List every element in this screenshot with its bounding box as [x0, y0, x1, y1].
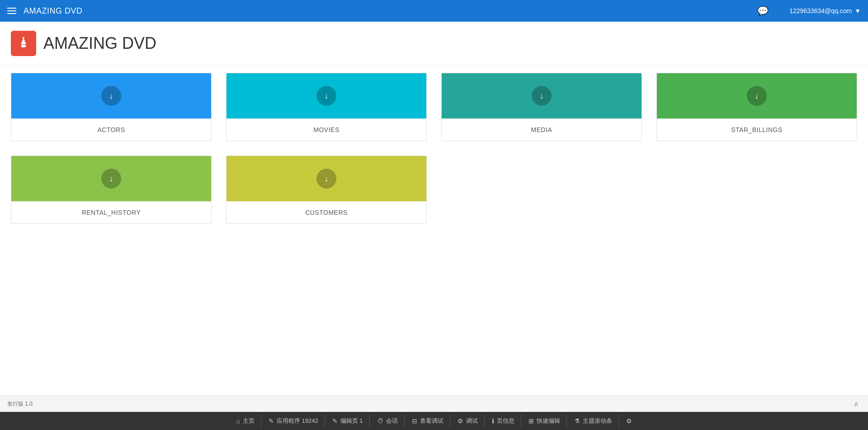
card-customers[interactable]: CUSTOMERS [226, 156, 427, 224]
toolbar-page-info[interactable]: ℹ 页信息 [486, 414, 521, 428]
quick-edit-icon: ⊞ [528, 417, 534, 425]
card-label-customers: CUSTOMERS [226, 201, 426, 223]
card-wrapper-actors: ACTORS [4, 66, 219, 148]
card-label-actors: ACTORS [11, 118, 211, 141]
toolbar-debug-label: 调试 [466, 417, 478, 425]
download-icon-movies [316, 86, 336, 106]
card-color-movies [226, 73, 426, 118]
svg-point-0 [21, 45, 26, 47]
download-icon-star-billings [747, 86, 767, 106]
home-icon: ⌂ [236, 417, 240, 425]
bottom-toolbar: ⌂ 主页 ✎ 应用程序 19242 ✎ 编辑页 1 ⏱ 会话 ⊟ 查看调试 ⚙ … [0, 412, 868, 430]
card-label-movies: MOVIES [226, 118, 426, 141]
app-icon: ✎ [269, 417, 274, 425]
toolbar-debug-view[interactable]: ⊟ 查看调试 [406, 414, 450, 428]
card-color-actors [11, 73, 211, 118]
main-content: AMAZING DVD ACTORS MOVIES [0, 22, 868, 396]
card-wrapper-customers: CUSTOMERS [219, 148, 434, 231]
navbar-right: 💬 👤 1229633634@qq.com ▼ [757, 5, 861, 16]
card-label-star-billings: STAR_BILLINGS [657, 118, 857, 141]
user-icon: 👤 [778, 7, 787, 15]
navbar-title: AMAZING DVD [24, 6, 757, 16]
collapse-icon[interactable]: ∧ [854, 400, 861, 408]
debug-view-icon: ⊟ [412, 417, 417, 425]
toolbar-edit-label: 编辑页 1 [340, 417, 363, 425]
card-label-rental-history: RENTAL_HISTORY [11, 201, 211, 223]
svg-point-2 [23, 37, 24, 39]
status-bar: 发行版 1.0 ∧ [0, 396, 868, 412]
toolbar-app-label: 应用程序 19242 [277, 417, 318, 425]
toolbar-session-label: 会话 [386, 417, 398, 425]
toolbar-quick-edit-label: 快速编辑 [537, 417, 560, 425]
menu-icon[interactable] [7, 8, 16, 14]
toolbar-home-label: 主页 [243, 417, 255, 425]
settings-icon: ⚙ [626, 417, 632, 425]
card-label-media: MEDIA [442, 118, 642, 141]
empty-col-4 [649, 148, 864, 231]
toolbar-app[interactable]: ✎ 应用程序 19242 [262, 414, 325, 428]
toolbar-page-info-label: 页信息 [497, 417, 514, 425]
cards-row-1: ACTORS MOVIES MEDIA [0, 66, 868, 148]
download-icon-customers [316, 169, 336, 189]
dropdown-icon: ▼ [854, 7, 861, 14]
toolbar-debug-view-label: 查看调试 [420, 417, 443, 425]
card-actors[interactable]: ACTORS [11, 73, 212, 141]
card-wrapper-star-billings: STAR_BILLINGS [649, 66, 864, 148]
navbar: AMAZING DVD 💬 👤 1229633634@qq.com ▼ [0, 0, 868, 22]
svg-marker-1 [21, 38, 26, 44]
app-logo [11, 31, 36, 56]
card-color-star-billings [657, 73, 857, 118]
empty-col-3 [434, 148, 649, 231]
card-wrapper-media: MEDIA [434, 66, 649, 148]
card-movies[interactable]: MOVIES [226, 73, 427, 141]
edit-icon: ✎ [332, 417, 338, 425]
page-info-icon: ℹ [492, 417, 494, 425]
cards-row-2: RENTAL_HISTORY CUSTOMERS [0, 148, 868, 231]
user-menu[interactable]: 👤 1229633634@qq.com ▼ [778, 7, 861, 15]
version-label: 发行版 1.0 [7, 400, 33, 408]
card-rental-history[interactable]: RENTAL_HISTORY [11, 156, 212, 224]
session-icon: ⏱ [377, 417, 383, 425]
card-color-rental-history [11, 156, 211, 201]
page-header: AMAZING DVD [0, 22, 868, 66]
toolbar-settings[interactable]: ⚙ [620, 415, 638, 427]
user-email: 1229633634@qq.com [789, 7, 852, 14]
card-media[interactable]: MEDIA [441, 73, 642, 141]
theme-icon: ⚗ [574, 417, 580, 425]
page-title: AMAZING DVD [43, 34, 156, 53]
card-color-media [442, 73, 642, 118]
download-icon-media [532, 86, 552, 106]
toolbar-edit[interactable]: ✎ 编辑页 1 [326, 414, 370, 428]
card-wrapper-movies: MOVIES [219, 66, 434, 148]
card-star-billings[interactable]: STAR_BILLINGS [656, 73, 857, 141]
toolbar-theme[interactable]: ⚗ 主题滚动条 [568, 414, 619, 428]
toolbar-session[interactable]: ⏱ 会话 [371, 414, 405, 428]
download-icon-rental-history [101, 169, 121, 189]
download-icon-actors [101, 86, 121, 106]
card-wrapper-rental-history: RENTAL_HISTORY [4, 148, 219, 231]
toolbar-quick-edit[interactable]: ⊞ 快速编辑 [522, 414, 567, 428]
toolbar-debug[interactable]: ⚙ 调试 [451, 414, 485, 428]
toolbar-theme-label: 主题滚动条 [583, 417, 612, 425]
toolbar-home[interactable]: ⌂ 主页 [230, 414, 261, 428]
card-color-customers [226, 156, 426, 201]
debug-icon: ⚙ [458, 417, 463, 425]
chat-icon[interactable]: 💬 [757, 5, 769, 16]
